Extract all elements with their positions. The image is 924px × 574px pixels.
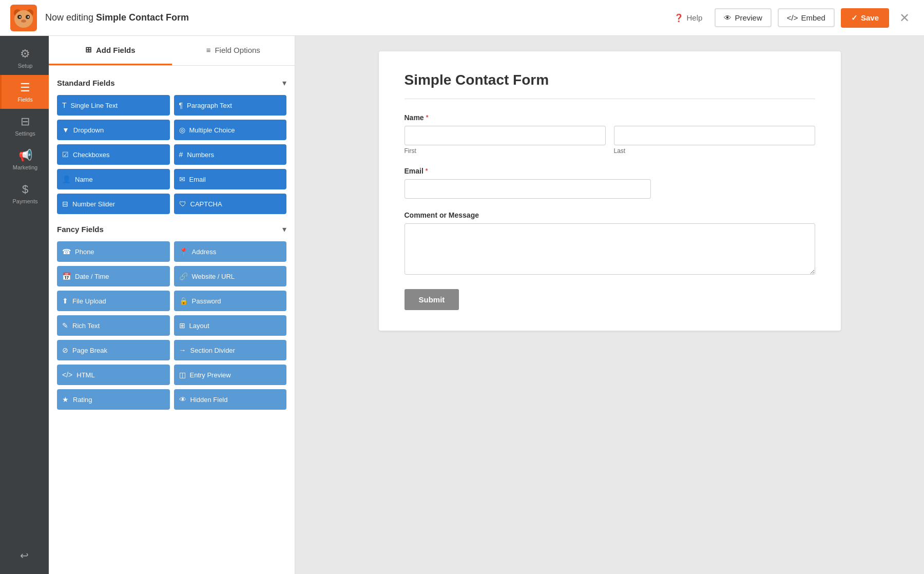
standard-fields-title: Standard Fields [57,79,115,87]
code-icon: </> [787,13,798,22]
standard-fields-toggle[interactable]: ▾ [282,78,286,88]
form-preview-area: Simple Contact Form Name * First Last [295,36,924,574]
topbar: Now editing Simple Contact Form ❓ Help 👁… [0,0,924,36]
star-icon: ★ [62,395,69,404]
radio-icon: ◎ [179,126,185,134]
form-title: Simple Contact Form [405,72,815,88]
sidebar-item-payments[interactable]: $ Payments [0,177,49,211]
name-inputs: First Last [405,126,815,155]
lock-icon: 🔒 [179,297,188,305]
app-logo [10,5,37,31]
field-btn-email[interactable]: ✉ Email [174,169,287,189]
phone-icon: ☎ [62,247,71,256]
field-btn-file-upload[interactable]: ⬆ File Upload [57,291,170,311]
field-btn-paragraph-text[interactable]: ¶ Paragraph Text [174,95,287,116]
preview-button[interactable]: 👁 Preview [715,8,771,27]
field-btn-phone[interactable]: ☎ Phone [57,241,170,262]
form-field-comment: Comment or Message [405,211,815,277]
dollar-icon: $ [22,183,28,196]
field-btn-entry-preview[interactable]: ◫ Entry Preview [174,365,287,385]
field-btn-name[interactable]: 👤 Name [57,169,170,189]
field-btn-hidden-field[interactable]: 👁 Hidden Field [174,389,287,410]
field-btn-numbers[interactable]: # Numbers [174,144,287,165]
svg-point-3 [14,10,33,28]
name-label: Name * [405,113,815,122]
sliders-icon: ⊟ [21,115,30,128]
form-field-email: Email * [405,167,815,199]
field-btn-rating[interactable]: ★ Rating [57,389,170,410]
field-btn-single-line-text[interactable]: T Single Line Text [57,95,170,116]
first-name-wrap: First [405,126,606,155]
field-btn-date-time[interactable]: 📅 Date / Time [57,266,170,286]
captcha-icon: 🛡 [179,200,186,208]
field-btn-layout[interactable]: ⊞ Layout [174,315,287,336]
field-btn-dropdown[interactable]: ▼ Dropdown [57,120,170,140]
first-name-label: First [405,147,606,155]
svg-point-8 [28,16,29,17]
field-btn-website-url[interactable]: 🔗 Website / URL [174,266,287,286]
standard-fields-header: Standard Fields ▾ [57,78,286,88]
tab-add-fields[interactable]: ⊞ Add Fields [49,36,172,65]
text-icon: T [62,101,67,109]
submit-button[interactable]: Submit [405,289,459,310]
divider-icon: → [179,346,186,354]
help-icon: ❓ [674,13,684,23]
field-btn-rich-text[interactable]: ✎ Rich Text [57,315,170,336]
calendar-icon: 📅 [62,272,71,280]
field-btn-html[interactable]: </> HTML [57,365,170,385]
eye-icon: 👁 [724,13,732,22]
panel-tabs: ⊞ Add Fields ≡ Field Options [49,36,295,66]
save-button[interactable]: ✓ Save [841,8,889,28]
field-btn-address[interactable]: 📍 Address [174,241,287,262]
form-divider [405,99,815,99]
preview-field-icon: ◫ [179,371,186,379]
slider-icon: ⊟ [62,200,68,208]
page-break-icon: ⊘ [62,346,68,354]
options-icon: ≡ [206,46,211,54]
form-card: Simple Contact Form Name * First Last [379,51,841,331]
field-btn-checkboxes[interactable]: ☑ Checkboxes [57,144,170,165]
email-input[interactable] [405,179,651,199]
email-label: Email * [405,167,815,175]
hidden-icon: 👁 [179,395,186,404]
megaphone-icon: 📢 [18,149,32,162]
icon-nav: ⚙ Setup ☰ Fields ⊟ Settings 📢 Marketing … [0,36,49,574]
sidebar-item-settings[interactable]: ⊟ Settings [0,109,49,143]
field-btn-password[interactable]: 🔒 Password [174,291,287,311]
html-icon: </> [62,371,72,379]
sidebar-item-setup[interactable]: ⚙ Setup [0,41,49,75]
help-button[interactable]: ❓ Help [668,9,709,27]
undo-button[interactable]: ↩ [16,545,33,566]
name-required-star: * [426,114,429,121]
check-icon: ✓ [851,13,858,23]
checkbox-icon: ☑ [62,150,69,159]
field-btn-section-divider[interactable]: → Section Divider [174,340,287,360]
sidebar-item-marketing[interactable]: 📢 Marketing [0,143,49,177]
paragraph-icon: ¶ [179,101,183,109]
undo-icon: ↩ [20,549,29,562]
form-field-name: Name * First Last [405,113,815,155]
comment-textarea[interactable] [405,223,815,275]
fancy-fields-toggle[interactable]: ▾ [282,224,286,234]
field-btn-captcha[interactable]: 🛡 CAPTCHA [174,194,287,214]
edit-icon: ✎ [62,321,68,330]
comment-label: Comment or Message [405,211,815,219]
email-icon: ✉ [179,175,185,183]
embed-button[interactable]: </> Embed [778,8,835,27]
fancy-fields-grid: ☎ Phone 📍 Address 📅 Date / Time 🔗 Websit… [57,241,286,410]
add-fields-icon: ⊞ [85,45,92,54]
hash-icon: # [179,150,183,159]
last-name-input[interactable] [614,126,815,145]
field-btn-page-break[interactable]: ⊘ Page Break [57,340,170,360]
sidebar-item-fields[interactable]: ☰ Fields [0,75,49,109]
pin-icon: 📍 [179,247,188,256]
topbar-actions: ❓ Help 👁 Preview </> Embed ✓ Save ✕ [668,8,914,28]
panel-content: Standard Fields ▾ T Single Line Text ¶ P… [49,66,295,574]
close-button[interactable]: ✕ [895,9,914,27]
first-name-input[interactable] [405,126,606,145]
tab-field-options[interactable]: ≡ Field Options [172,36,295,65]
field-btn-multiple-choice[interactable]: ◎ Multiple Choice [174,120,287,140]
link-icon: 🔗 [179,272,188,280]
fields-icon: ☰ [20,81,30,94]
field-btn-number-slider[interactable]: ⊟ Number Slider [57,194,170,214]
